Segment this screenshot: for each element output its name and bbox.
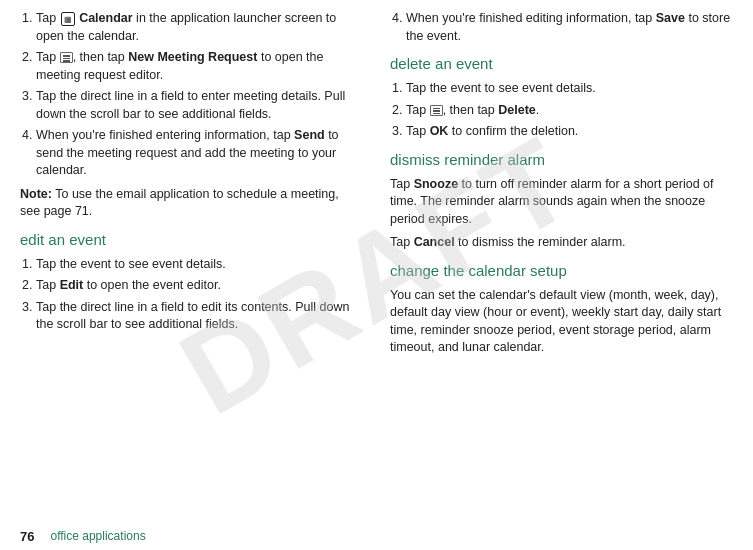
- list-item: Tap the direct line in a field to enter …: [36, 88, 360, 123]
- note-label: Note:: [20, 187, 52, 201]
- content-area: Tap ▦ Calendar in the application launch…: [0, 10, 753, 522]
- list-item: Tap the event to see event details.: [406, 80, 733, 98]
- list-item: Tap the direct line in a field to edit i…: [36, 299, 360, 334]
- edit-label: Edit: [60, 278, 84, 292]
- save-label: Save: [656, 11, 685, 25]
- delete-steps-list: Tap the event to see event details. Tap …: [390, 80, 733, 141]
- right-column: When you're finished editing information…: [390, 10, 733, 522]
- calendar-app-icon: ▦: [61, 12, 75, 26]
- note-body: To use the email application to schedule…: [20, 187, 339, 219]
- list-item: Tap Edit to open the event editor.: [36, 277, 360, 295]
- new-meeting-request-label: New Meeting Request: [128, 50, 257, 64]
- list-item: Tap OK to confirm the deletion.: [406, 123, 733, 141]
- ok-label: OK: [430, 124, 449, 138]
- menu-icon: [60, 52, 73, 63]
- edit-step4-list: When you're finished editing information…: [390, 10, 733, 45]
- list-item: Tap , then tap New Meeting Request to op…: [36, 49, 360, 84]
- footer-label: office applications: [50, 529, 145, 543]
- dismiss-body1: Tap Snooze to turn off reminder alarm fo…: [390, 176, 733, 229]
- delete-label: Delete: [498, 103, 536, 117]
- calendar-label: Calendar: [79, 11, 133, 25]
- list-item: Tap , then tap Delete.: [406, 102, 733, 120]
- footer: 76 office applications: [0, 522, 753, 550]
- page-container: Tap ▦ Calendar in the application launch…: [0, 0, 753, 550]
- send-label: Send: [294, 128, 325, 142]
- cancel-label: Cancel: [414, 235, 455, 249]
- intro-steps-list: Tap ▦ Calendar in the application launch…: [20, 10, 360, 180]
- calendar-setup-body: You can set the calendar's default view …: [390, 287, 733, 357]
- edit-steps-list: Tap the event to see event details. Tap …: [20, 256, 360, 334]
- list-item: Tap the event to see event details.: [36, 256, 360, 274]
- list-item: When you're finished editing information…: [406, 10, 733, 45]
- dismiss-body2: Tap Cancel to dismiss the reminder alarm…: [390, 234, 733, 252]
- note-paragraph: Note: To use the email application to sc…: [20, 186, 360, 221]
- list-item: Tap ▦ Calendar in the application launch…: [36, 10, 360, 45]
- menu-icon-2: [430, 105, 443, 116]
- left-column: Tap ▦ Calendar in the application launch…: [20, 10, 360, 522]
- snooze-label: Snooze: [414, 177, 458, 191]
- list-item: When you're finished entering informatio…: [36, 127, 360, 180]
- edit-event-heading: edit an event: [20, 231, 360, 248]
- page-number: 76: [20, 529, 34, 544]
- dismiss-heading: dismiss reminder alarm: [390, 151, 733, 168]
- calendar-setup-heading: change the calendar setup: [390, 262, 733, 279]
- delete-event-heading: delete an event: [390, 55, 733, 72]
